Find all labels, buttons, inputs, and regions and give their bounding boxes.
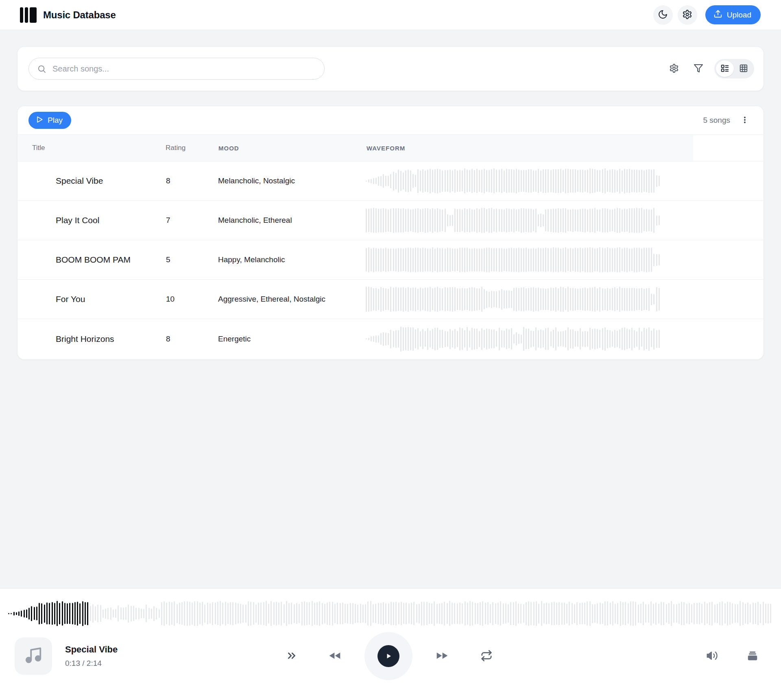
app-logo-bars-icon bbox=[20, 7, 37, 23]
fast-forward-icon bbox=[436, 649, 449, 663]
repeat-icon bbox=[480, 650, 493, 663]
kebab-icon bbox=[740, 115, 749, 126]
song-title: Special Vibe bbox=[17, 176, 151, 186]
filter-funnel-icon bbox=[694, 63, 703, 74]
search-input[interactable] bbox=[28, 58, 325, 80]
column-header-title[interactable]: Title bbox=[17, 135, 151, 161]
player-bar: Special Vibe 0:13 / 2:14 bbox=[0, 588, 781, 700]
table-toolbar: Play 5 songs bbox=[17, 106, 764, 135]
grid-view-button[interactable] bbox=[735, 61, 753, 77]
track-title: Special Vibe bbox=[65, 644, 118, 655]
column-header-waveform[interactable]: WAVEFORM bbox=[366, 135, 693, 161]
music-note-icon bbox=[24, 646, 43, 666]
player-waveform-seekbar[interactable] bbox=[8, 600, 773, 626]
songs-count: 5 songs bbox=[703, 116, 730, 125]
rewind-icon bbox=[328, 649, 341, 663]
song-title: For You bbox=[17, 294, 151, 304]
play-outline-icon bbox=[35, 115, 44, 126]
song-mood: Aggressive, Ethereal, Nostalgic bbox=[218, 295, 366, 304]
settings-button[interactable] bbox=[678, 5, 697, 25]
column-header-rating[interactable]: Rating bbox=[151, 135, 218, 161]
song-mood: Energetic bbox=[218, 335, 366, 343]
song-mood: Melancholic, Ethereal bbox=[218, 216, 366, 225]
volume-icon bbox=[706, 650, 718, 663]
app-header: Music Database Upload bbox=[0, 0, 781, 30]
song-rows: Special Vibe 8 Melancholic, Nostalgic Pl… bbox=[17, 161, 764, 359]
song-title: Play It Cool bbox=[17, 215, 151, 225]
volume-button[interactable] bbox=[702, 646, 722, 666]
column-settings-button[interactable] bbox=[665, 59, 683, 78]
table-row[interactable]: BOOM BOOM PAM 5 Happy, Melancholic bbox=[17, 240, 764, 280]
track-thumbnail bbox=[15, 637, 52, 675]
play-icon bbox=[377, 645, 399, 667]
list-view-button[interactable] bbox=[716, 61, 734, 77]
fast-forward-button[interactable] bbox=[432, 646, 452, 666]
song-rating: 5 bbox=[151, 255, 218, 264]
search-toolbar-card bbox=[17, 46, 764, 91]
play-all-button[interactable]: Play bbox=[28, 112, 71, 129]
upload-button[interactable]: Upload bbox=[705, 5, 761, 24]
gear-icon bbox=[682, 9, 692, 21]
table-row[interactable]: For You 10 Aggressive, Ethereal, Nostalg… bbox=[17, 280, 764, 319]
row-waveform bbox=[366, 246, 660, 273]
song-title: BOOM BOOM PAM bbox=[17, 255, 151, 265]
gear-icon bbox=[669, 63, 679, 74]
column-header-actions bbox=[693, 135, 764, 161]
song-mood: Happy, Melancholic bbox=[218, 255, 366, 264]
filter-button[interactable] bbox=[689, 59, 708, 78]
upload-button-label: Upload bbox=[727, 11, 751, 20]
brand: Music Database bbox=[20, 7, 116, 23]
chevrons-right-icon bbox=[286, 650, 298, 663]
repeat-button[interactable] bbox=[477, 646, 496, 666]
upload-icon bbox=[713, 9, 722, 20]
view-toggle bbox=[714, 59, 754, 78]
songs-table-card: Play 5 songs Title Rating MOOD WAVEFORM … bbox=[17, 106, 764, 360]
more-options-button[interactable] bbox=[737, 112, 753, 128]
song-rating: 7 bbox=[151, 216, 218, 225]
play-pause-button[interactable] bbox=[364, 632, 412, 680]
now-playing: Special Vibe 0:13 / 2:14 bbox=[15, 637, 118, 675]
song-title: Bright Horizons bbox=[17, 334, 151, 344]
player-right-controls bbox=[702, 637, 762, 675]
track-info: Special Vibe 0:13 / 2:14 bbox=[65, 644, 118, 668]
row-waveform bbox=[366, 326, 660, 352]
playback-controls bbox=[282, 637, 496, 675]
rewind-button[interactable] bbox=[325, 646, 345, 666]
song-mood: Melancholic, Nostalgic bbox=[218, 176, 366, 185]
table-header-row: Title Rating MOOD WAVEFORM bbox=[17, 135, 764, 161]
player-bottom-row: Special Vibe 0:13 / 2:14 bbox=[0, 637, 781, 675]
song-rating: 8 bbox=[151, 176, 218, 185]
table-row[interactable]: Play It Cool 7 Melancholic, Ethereal bbox=[17, 201, 764, 240]
song-rating: 10 bbox=[151, 295, 218, 304]
table-row[interactable]: Special Vibe 8 Melancholic, Nostalgic bbox=[17, 161, 764, 201]
moon-icon bbox=[658, 9, 668, 21]
row-waveform bbox=[366, 286, 660, 313]
queue-button[interactable] bbox=[743, 646, 762, 666]
row-waveform bbox=[366, 167, 660, 194]
dark-mode-button[interactable] bbox=[653, 5, 673, 25]
table-row[interactable]: Bright Horizons 8 Energetic bbox=[17, 319, 764, 359]
header-actions: Upload bbox=[653, 5, 761, 25]
page-title: Music Database bbox=[43, 9, 116, 21]
song-rating: 8 bbox=[151, 335, 218, 343]
grid-view-icon bbox=[739, 64, 748, 74]
search-wrap bbox=[28, 58, 325, 80]
track-time: 0:13 / 2:14 bbox=[65, 659, 118, 668]
list-view-icon bbox=[720, 64, 729, 74]
row-waveform bbox=[366, 207, 660, 234]
queue-icon bbox=[746, 650, 759, 663]
column-header-mood[interactable]: MOOD bbox=[218, 135, 366, 161]
skip-chevrons-button[interactable] bbox=[282, 646, 301, 666]
play-all-label: Play bbox=[48, 116, 63, 125]
